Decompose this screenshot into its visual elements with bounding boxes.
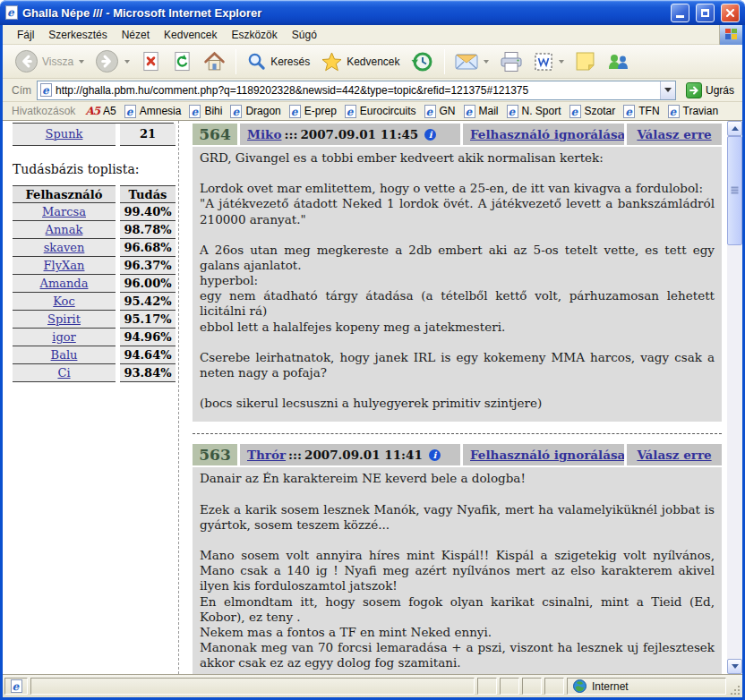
knowledge-value: 98.78%: [120, 221, 176, 239]
info-icon[interactable]: i: [424, 129, 436, 141]
post-author-link[interactable]: Thrór: [247, 448, 286, 462]
user-link[interactable]: Marcsa: [42, 205, 86, 218]
print-button[interactable]: [495, 48, 527, 75]
history-button[interactable]: [407, 47, 439, 76]
resize-grip[interactable]: [729, 684, 741, 696]
toolbar-separator: [444, 49, 445, 74]
close-icon: [725, 8, 735, 18]
post-author-link[interactable]: Miko: [247, 127, 281, 141]
messenger-button[interactable]: [602, 48, 634, 75]
scrollbar-thumb[interactable]: [727, 136, 742, 245]
status-pane: [477, 678, 497, 695]
menu-help[interactable]: Súgó: [285, 26, 324, 44]
table-row: Spirit95.17%: [13, 311, 176, 329]
status-pane: [544, 678, 564, 695]
knowledge-value: 94.64%: [120, 346, 176, 364]
user-link[interactable]: Koc: [53, 295, 74, 308]
edit-dropdown-icon[interactable]: [559, 60, 564, 64]
link-a5[interactable]: A5A5: [85, 105, 116, 117]
favorites-button[interactable]: Kedvencek: [316, 48, 404, 75]
link-gn[interactable]: eGN: [424, 105, 456, 118]
forward-button[interactable]: [90, 47, 134, 76]
link-szotar[interactable]: eSzotar: [569, 105, 616, 118]
info-icon[interactable]: i: [429, 449, 441, 461]
ignore-user-cell: Felhasználó ignorálása: [463, 124, 624, 145]
menu-tools[interactable]: Eszközök: [224, 26, 284, 44]
user-link[interactable]: Spirit: [47, 312, 81, 326]
user-link[interactable]: skaven: [44, 241, 85, 254]
links-bar: Hivatkozások A5A5 eAmnesia eBihi eDragon…: [3, 102, 742, 121]
close-button[interactable]: [721, 4, 740, 22]
ie-page-icon: e: [189, 105, 201, 118]
user-link[interactable]: igor: [52, 330, 76, 344]
maximize-button[interactable]: [696, 4, 715, 22]
go-button[interactable]: Ugrás: [681, 81, 739, 100]
back-icon: [14, 49, 39, 73]
search-button[interactable]: Keresés: [242, 48, 314, 74]
status-pane: [500, 678, 519, 695]
user-link[interactable]: FlyXan: [44, 259, 85, 272]
back-button[interactable]: Vissza: [10, 47, 89, 76]
edit-icon: [534, 52, 553, 72]
sidebar: Spunk 21 Tudásbázis toplista: Felhasznál…: [3, 121, 179, 674]
link-dragon[interactable]: eDragon: [230, 105, 280, 118]
reply-link[interactable]: Válasz erre: [637, 448, 711, 462]
edit-button[interactable]: [529, 49, 569, 74]
user-link-spunk[interactable]: Spunk: [46, 127, 83, 141]
link-tfn[interactable]: eTFN: [623, 105, 659, 118]
link-eurocircuits[interactable]: eEurocircuits: [345, 105, 416, 118]
knowledge-value: 96.37%: [120, 257, 176, 275]
scroll-up-button[interactable]: [727, 121, 742, 136]
vertical-scrollbar[interactable]: [727, 121, 742, 674]
home-button[interactable]: [199, 47, 230, 75]
title-bar: e Ghalla Népe /// - Microsoft Internet E…: [0, 0, 745, 25]
scroll-down-button[interactable]: [727, 659, 742, 674]
address-input[interactable]: [56, 82, 656, 98]
ignore-user-link[interactable]: Felhasználó ignorálása: [470, 448, 624, 462]
address-box: e: [37, 81, 676, 100]
mail-dropdown-icon[interactable]: [484, 60, 489, 64]
menu-favorites[interactable]: Kedvencek: [157, 26, 224, 44]
address-dropdown-button[interactable]: [660, 81, 675, 99]
user-link[interactable]: Ci: [57, 366, 70, 380]
minimize-button[interactable]: [671, 4, 689, 22]
forward-dropdown-icon[interactable]: [124, 60, 130, 64]
toolbar-separator: [235, 49, 236, 74]
refresh-button[interactable]: [167, 47, 197, 75]
post-author-cell: Miko:::2007.09.01 11:45i: [240, 124, 460, 145]
back-dropdown-icon[interactable]: [79, 60, 84, 64]
link-nsport[interactable]: eN. Sport: [507, 105, 561, 118]
post-header: 563 Thrór:::2007.09.01 11:41i Felhasznál…: [193, 444, 722, 465]
user-link[interactable]: Annak: [46, 223, 83, 236]
user-link[interactable]: Amanda: [40, 277, 89, 290]
a5-logo-icon: A5: [85, 105, 99, 117]
author-separator: :::: [284, 127, 297, 141]
link-bihi[interactable]: eBihi: [189, 105, 222, 118]
links-label: Hivatkozások: [12, 105, 75, 117]
scrollbar-track[interactable]: [727, 136, 742, 659]
status-page-pane: e: [4, 678, 28, 695]
link-amnesia[interactable]: eAmnesia: [124, 105, 182, 118]
table-row: igor94.96%: [13, 329, 176, 346]
stop-button[interactable]: [136, 47, 166, 75]
discuss-button[interactable]: [570, 48, 600, 74]
ignore-user-link[interactable]: Felhasználó ignorálása: [470, 127, 624, 141]
menu-view[interactable]: Nézet: [115, 26, 157, 44]
link-mail[interactable]: eMail: [464, 105, 499, 118]
link-eprep[interactable]: eE-prep: [289, 105, 337, 118]
link-travian[interactable]: eTravian: [668, 105, 719, 118]
ie-page-icon: e: [11, 679, 22, 693]
knowledge-value: 96.68%: [120, 239, 176, 257]
menu-file[interactable]: Fájl: [10, 26, 41, 44]
table-row: Balu94.64%: [13, 346, 176, 364]
ie-page-icon: e: [623, 105, 635, 118]
user-link[interactable]: Balu: [51, 348, 78, 362]
arrow-down-icon: [732, 664, 739, 669]
standard-toolbar: Vissza: [3, 45, 742, 79]
menu-edit[interactable]: Szerkesztés: [41, 26, 114, 44]
ie-page-icon: e: [507, 105, 518, 118]
toplist-table: Felhasználó Tudás Marcsa99.40% Annak98.7…: [13, 185, 176, 382]
forum-thread: 564 Miko:::2007.09.01 11:45i Felhasználó…: [179, 121, 727, 674]
mail-button[interactable]: [450, 50, 493, 73]
reply-link[interactable]: Válasz erre: [637, 127, 711, 141]
